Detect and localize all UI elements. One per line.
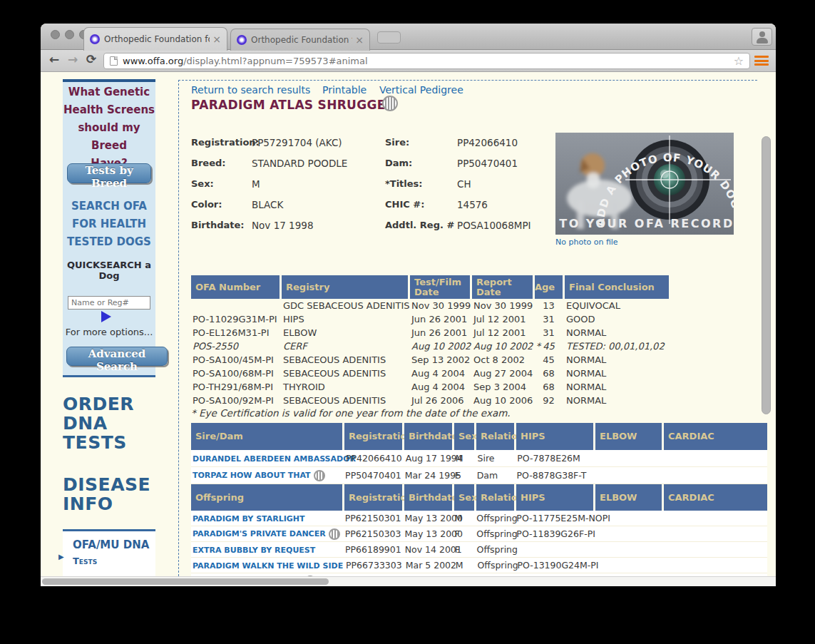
sidebar-heading: What Genetic Health Screens should my Br… bbox=[63, 83, 155, 173]
detail-value: Nov 17 1998 bbox=[252, 220, 313, 231]
url-text: www.offa.org/display.html?appnum=759573#… bbox=[123, 56, 368, 66]
tab-bar: Orthopedic Foundation for × Orthopedic F… bbox=[41, 24, 776, 50]
quicksearch-input[interactable] bbox=[68, 296, 150, 310]
tab-title: Orthopedic Foundation for bbox=[104, 34, 210, 44]
no-photo-caption: No photo on file bbox=[555, 237, 618, 247]
back-icon[interactable]: ← bbox=[49, 52, 59, 66]
detail-label: Registration: bbox=[191, 137, 260, 148]
return-to-results-link[interactable]: Return to search results bbox=[191, 84, 310, 96]
forward-icon[interactable]: → bbox=[68, 52, 78, 66]
advanced-search-button[interactable]: Advanced Search bbox=[66, 347, 168, 366]
sidebar-item-ofa-mu-dna[interactable]: OFA/MU DNA bbox=[73, 538, 149, 551]
dog-link[interactable]: EXTRA BUBBLY BY REQUEST bbox=[193, 546, 315, 555]
chevron-right-icon: ▶ bbox=[58, 553, 64, 561]
url-domain: www.offa.org bbox=[123, 56, 183, 66]
table-row: PO-11029G31M-PIHIPSJun 26 2001Jul 12 200… bbox=[191, 312, 683, 326]
horizontal-scrollbar bbox=[41, 576, 776, 586]
chic-logo-icon bbox=[314, 470, 325, 481]
detail-label: Color: bbox=[191, 199, 222, 210]
offspring-table-header: Offspring Registration Birthdate Sex Rel… bbox=[191, 484, 769, 511]
page-title: PARADIGM ATLAS SHRUGGED bbox=[191, 98, 396, 112]
detail-value: PP50470401 bbox=[457, 158, 518, 169]
detail-value: 14576 bbox=[457, 199, 488, 210]
tab-title: Orthopedic Foundation for bbox=[251, 35, 352, 45]
detail-label: *Titles: bbox=[385, 178, 423, 189]
dog-link[interactable]: DURANDEL ABERDEEN AMBASSADOR bbox=[193, 454, 356, 464]
table-row: PO-SA100/45M-PISEBACEOUS ADENITISSep 13 … bbox=[191, 353, 683, 367]
dog-link[interactable]: TORPAZ HOW ABOUT THAT bbox=[193, 471, 311, 480]
tab-offa-background[interactable]: Orthopedic Foundation for × bbox=[230, 29, 370, 51]
dog-link[interactable]: PARADIGM WALKN THE WILD SIDE bbox=[193, 561, 343, 571]
printable-link[interactable]: Printable bbox=[322, 84, 367, 96]
close-icon[interactable]: × bbox=[212, 34, 221, 45]
browser-toolbar: ← → ⟳ www.offa.org/display.html?appnum=7… bbox=[41, 50, 776, 72]
search-ofa-link[interactable]: SEARCH OFA FOR HEALTH TESTED DOGS bbox=[63, 198, 155, 251]
table-row: DURANDEL ABERDEEN AMBASSADORPP42066410Au… bbox=[191, 450, 767, 467]
bookmark-star-icon[interactable]: ☆ bbox=[734, 54, 744, 68]
table-row: PO-EL126M31-PIELBOWJun 26 2001Jul 12 200… bbox=[191, 326, 683, 339]
eye-cert-footnote: * Eye Certification is valid for one yea… bbox=[191, 407, 511, 419]
vertical-pedigree-link[interactable]: Vertical Pedigree bbox=[379, 84, 463, 96]
table-row: PO-SA100/92M-PISEBACEOUS ADENITISJul 26 … bbox=[191, 394, 683, 407]
close-icon[interactable]: × bbox=[355, 34, 364, 46]
table-row: PARADIGM BY STARLIGHTPP62150301May 13 20… bbox=[191, 511, 767, 526]
url-path: /display.html?appnum=759573#animal bbox=[183, 56, 367, 66]
profile-button[interactable] bbox=[752, 28, 772, 46]
window-minimize-button[interactable] bbox=[65, 30, 74, 39]
table-row: TORPAZ HOW ABOUT THATPP50470401Mar 24 19… bbox=[191, 467, 767, 484]
new-tab-button[interactable] bbox=[377, 31, 401, 44]
dog-link[interactable]: PARADIGM BY STARLIGHT bbox=[193, 514, 305, 523]
page-icon bbox=[110, 56, 118, 66]
horizontal-scrollbar-thumb[interactable] bbox=[42, 578, 329, 585]
chic-logo-icon bbox=[382, 96, 398, 111]
offspring-table-body: PARADIGM BY STARLIGHTPP62150301May 13 20… bbox=[191, 511, 767, 576]
tab-offa-active[interactable]: Orthopedic Foundation for × bbox=[83, 27, 227, 51]
detail-label: Birthdate: bbox=[191, 220, 245, 230]
table-row: POS-2550CERFAug 10 2002Aug 10 2002 *45TE… bbox=[191, 339, 683, 353]
quicksearch-label: QUICKSEARCH a Dog bbox=[63, 260, 155, 281]
tests-table-body: GDC SEBACEOUS ADENITISNov 30 1999Nov 30 … bbox=[191, 299, 683, 407]
menu-hamburger-icon[interactable] bbox=[754, 56, 769, 67]
window-close-button[interactable] bbox=[51, 30, 60, 39]
chic-logo-icon bbox=[329, 528, 340, 540]
detail-label: Breed: bbox=[191, 158, 225, 168]
detail-value: M bbox=[252, 178, 260, 190]
sidebar-item-ofa-mu-dna-tests[interactable]: Tests bbox=[73, 556, 97, 566]
photo-bottom-text: TO YOUR OFA RECORD bbox=[559, 217, 734, 230]
sidebar-item-disease-info[interactable]: DISEASE INFO bbox=[63, 475, 150, 513]
sire-dam-table-header: Sire/Dam Registration Birthdate Sex Rela… bbox=[191, 423, 769, 450]
offa-favicon-icon bbox=[237, 35, 247, 45]
content-dashed-border bbox=[178, 80, 179, 576]
detail-value: PP42066410 bbox=[457, 137, 518, 148]
url-bar[interactable]: www.offa.org/display.html?appnum=759573#… bbox=[103, 53, 750, 69]
detail-value: STANDARD POODLE bbox=[252, 158, 347, 169]
detail-label: Addtl. Reg. # bbox=[385, 220, 454, 230]
table-row: EXTRA BUBBLY BY REQUESTPP66189901Nov 14 … bbox=[191, 542, 767, 558]
add-photo-banner[interactable]: ADD A PHOTO OF YOUR DOG TO YOUR OFA RECO… bbox=[555, 133, 734, 235]
person-icon bbox=[757, 38, 768, 44]
content-dashed-border bbox=[178, 80, 757, 81]
tests-by-breed-button[interactable]: Tests by Breed bbox=[67, 163, 151, 183]
person-icon bbox=[759, 31, 765, 37]
detail-label: Dam: bbox=[385, 158, 412, 168]
detail-value: BLACK bbox=[252, 199, 283, 210]
quicksearch-go-icon[interactable] bbox=[101, 311, 111, 322]
dog-link[interactable]: PARADIGM'S PRIVATE DANCER bbox=[193, 529, 326, 538]
table-row: GDC SEBACEOUS ADENITISNov 30 1999Nov 30 … bbox=[191, 299, 683, 312]
page-content: What Genetic Health Screens should my Br… bbox=[41, 72, 776, 576]
sidebar-top-rule bbox=[63, 79, 155, 82]
table-row: PARADIGM'S PRIVATE DANCERPP62150303May 1… bbox=[191, 526, 767, 542]
offa-favicon-icon bbox=[90, 34, 100, 44]
detail-label: Sire: bbox=[385, 137, 409, 148]
sire-dam-table-body: DURANDEL ABERDEEN AMBASSADORPP42066410Au… bbox=[191, 450, 767, 484]
tests-table-header: OFA Number Registry Test/Film Date Repor… bbox=[191, 275, 671, 299]
vertical-scrollbar-thumb[interactable] bbox=[762, 136, 771, 414]
reload-icon[interactable]: ⟳ bbox=[86, 52, 96, 66]
add-photo-image: ADD A PHOTO OF YOUR DOG TO YOUR OFA RECO… bbox=[555, 133, 734, 235]
table-row: PO-TH291/68M-PITHYROIDAug 4 2004Sep 3 20… bbox=[191, 380, 683, 394]
sidebar-divider bbox=[63, 375, 155, 377]
detail-label: CHIC #: bbox=[385, 199, 424, 210]
browser-window: Orthopedic Foundation for × Orthopedic F… bbox=[41, 24, 776, 586]
sidebar-item-order-dna-tests[interactable]: ORDER DNA TESTS bbox=[63, 394, 134, 452]
table-row: PARADIGM WALKN THE WILD SIDEPP66733303Ma… bbox=[191, 558, 767, 573]
